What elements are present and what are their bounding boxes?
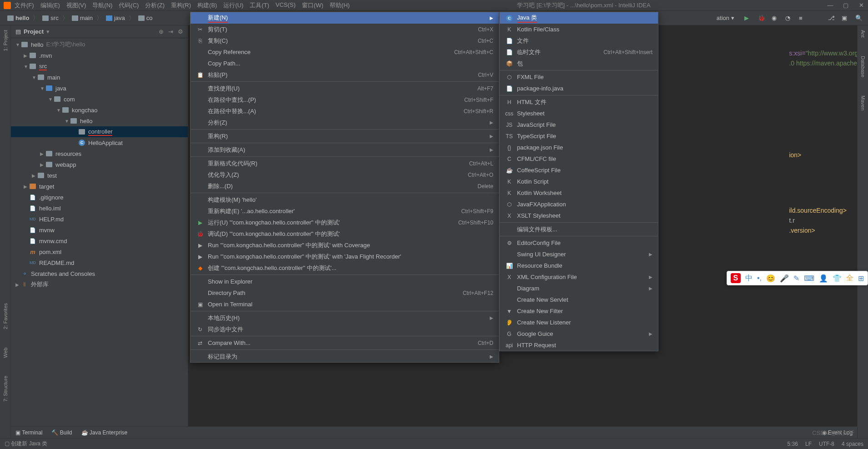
menu-item[interactable]: TSTypeScript File — [500, 130, 658, 142]
menu-tools[interactable]: 工具(T) — [250, 1, 269, 10]
run-config-dropdown[interactable]: ation ▾ — [713, 14, 738, 22]
menu-help[interactable]: 帮助(H) — [330, 1, 350, 10]
menu-item[interactable]: ⬡JavaFXApplication — [500, 199, 658, 210]
menu-item[interactable]: ◆创建 '"com.kongchao.hello.controller" 中的测… — [191, 262, 499, 274]
menu-item[interactable]: GGoogle Guice▶ — [500, 328, 658, 339]
menu-item[interactable]: 📄文件 — [500, 35, 658, 46]
tree-node[interactable]: 📄hello.iml — [11, 203, 188, 214]
maven-tool-button[interactable]: Maven — [860, 95, 866, 110]
menu-item[interactable]: CCFML/CFC file — [500, 153, 658, 165]
menu-item[interactable]: Swing UI Designer▶ — [500, 249, 658, 260]
menu-item[interactable]: XXSLT Stylesheet — [500, 210, 658, 221]
menu-item[interactable]: Show in Explorer — [191, 276, 499, 287]
ime-user-icon[interactable]: 👤 — [819, 274, 828, 283]
breadcrumb-item[interactable]: java — [104, 14, 127, 22]
terminal-tab[interactable]: ▣ Terminal — [15, 429, 42, 436]
maximize-icon[interactable]: ▢ — [843, 2, 849, 9]
menu-view[interactable]: 视图(V) — [66, 1, 86, 10]
menu-item[interactable]: 📋粘贴(P)Ctrl+V — [191, 69, 499, 80]
java-enterprise-tab[interactable]: ☕ Java Enterprise — [81, 429, 128, 436]
run-icon[interactable]: ▶ — [744, 15, 752, 22]
ant-tool-button[interactable]: Ant — [860, 30, 866, 38]
menu-item[interactable]: {}package.json File — [500, 142, 658, 153]
menu-item[interactable]: 重构(R)▶ — [191, 130, 499, 142]
menu-item[interactable]: HHTML 文件 — [500, 96, 658, 108]
stop-icon[interactable]: ■ — [799, 15, 806, 22]
menu-item[interactable]: ↻同步选中文件 — [191, 324, 499, 335]
tree-node[interactable]: CHelloApplicat — [11, 137, 188, 148]
menu-item[interactable]: apiHTTP Request — [500, 339, 658, 351]
menu-file[interactable]: 文件(F) — [15, 1, 34, 10]
menu-item[interactable]: ⇄Compare With...Ctrl+D — [191, 337, 499, 349]
tree-node[interactable]: 📄mvnw — [11, 224, 188, 235]
locate-icon[interactable]: ⊕ — [159, 28, 164, 35]
menu-item[interactable]: Diagram▶ — [500, 283, 658, 294]
layout-icon[interactable]: ▣ — [842, 15, 849, 22]
git-icon[interactable]: ⎇ — [828, 15, 835, 22]
breadcrumb-item[interactable]: co — [136, 14, 155, 22]
menu-item[interactable]: Copy ReferenceCtrl+Alt+Shift+C — [191, 46, 499, 58]
menu-item[interactable]: KKotlin Script — [500, 176, 658, 187]
expand-arrow-icon[interactable]: ▶ — [24, 53, 29, 58]
coverage-icon[interactable]: ◉ — [772, 15, 779, 22]
debug-icon[interactable]: 🐞 — [758, 15, 765, 22]
search-icon[interactable]: 🔍 — [855, 15, 863, 22]
menu-item[interactable]: ⚙EditorConfig File — [500, 237, 658, 249]
ime-lang[interactable]: 中 — [745, 274, 753, 283]
menu-item[interactable]: 重新格式化代码(R)Ctrl+Alt+L — [191, 158, 499, 169]
menu-item[interactable]: KKotlin Worksheet — [500, 187, 658, 199]
tree-node[interactable]: ▶resources — [11, 148, 188, 159]
menu-item[interactable]: 👂Create New Listener — [500, 317, 658, 328]
menu-refactor[interactable]: 重构(R) — [171, 1, 191, 10]
menu-item[interactable]: CJava 类 — [500, 12, 658, 24]
close-icon[interactable]: ✕ — [858, 2, 864, 9]
project-tree[interactable]: ▼helloE:\学习吧\hello▶.mvn▼src▼main▼java▼co… — [11, 38, 188, 438]
breadcrumb-item[interactable]: main — [70, 14, 95, 22]
tree-node[interactable]: ▼helloE:\学习吧\hello — [11, 39, 188, 50]
tree-node[interactable]: ▶.mvn — [11, 50, 188, 61]
build-tab[interactable]: 🔨 Build — [51, 429, 72, 436]
tree-node[interactable]: ▼com — [11, 94, 188, 105]
menu-item[interactable]: 编辑文件模板... — [500, 224, 658, 235]
tree-node[interactable]: ▼src — [11, 61, 188, 72]
breadcrumb-item[interactable]: hello — [5, 14, 31, 22]
menu-item[interactable]: 📊Resource Bundle — [500, 260, 658, 271]
expand-arrow-icon[interactable]: ▶ — [40, 162, 45, 167]
ime-grid-icon[interactable]: ⊞ — [858, 274, 864, 283]
expand-arrow-icon[interactable]: ▶ — [40, 151, 45, 156]
favorites-tool-button[interactable]: 2: Favorites — [3, 303, 8, 329]
ime-voice-icon[interactable]: 🎤 — [780, 274, 789, 283]
menu-navigate[interactable]: 导航(N) — [92, 1, 112, 10]
expand-arrow-icon[interactable]: ▼ — [24, 64, 29, 69]
line-separator[interactable]: LF — [805, 441, 812, 447]
menu-item[interactable]: 分析(Z)▶ — [191, 117, 499, 128]
menu-item[interactable]: 优化导入(Z)Ctrl+Alt+O — [191, 169, 499, 180]
expand-arrow-icon[interactable]: ▶ — [32, 173, 37, 178]
menu-item[interactable]: ▶运行(U) '"com.kongchao.hello.controller" … — [191, 217, 499, 228]
menu-item[interactable]: 在路径中查找...(P)Ctrl+Shift+F — [191, 94, 499, 105]
tree-node[interactable]: mpom.xml — [11, 246, 188, 257]
menu-analyze[interactable]: 分析(Z) — [145, 1, 165, 10]
ime-punct-icon[interactable]: •, — [757, 274, 762, 282]
menu-item[interactable]: 添加到收藏(A)▶ — [191, 144, 499, 155]
tree-node[interactable]: 📄mvnw.cmd — [11, 235, 188, 246]
menu-window[interactable]: 窗口(W) — [302, 1, 323, 10]
menu-item[interactable]: 📄临时文件Ctrl+Alt+Shift+Insert — [500, 46, 658, 58]
collapse-icon[interactable]: ⇥ — [168, 28, 173, 35]
menu-code[interactable]: 代码(C) — [119, 1, 139, 10]
structure-tool-button[interactable]: 7: Structure — [3, 376, 8, 402]
menu-item[interactable]: cssStylesheet — [500, 108, 658, 119]
menu-item[interactable]: Create New Servlet — [500, 294, 658, 305]
menu-edit[interactable]: 编辑(E) — [40, 1, 60, 10]
menu-item[interactable]: 构建模块(M) 'hello' — [191, 194, 499, 205]
menu-item[interactable]: ▣Open in Terminal — [191, 299, 499, 310]
minimize-icon[interactable]: — — [827, 2, 833, 9]
menu-run[interactable]: 运行(U) — [223, 1, 243, 10]
menu-item[interactable]: ▶Run '"com.kongchao.hello.controller" 中的… — [191, 251, 499, 262]
menu-item[interactable]: JSJavaScript File — [500, 119, 658, 130]
expand-arrow-icon[interactable]: ▼ — [65, 119, 70, 124]
menu-item[interactable]: 🐞调试(D) '"com.kongchao.hello.controller" … — [191, 228, 499, 239]
tree-node[interactable]: MDREADME.md — [11, 257, 188, 268]
profiler-icon[interactable]: ◔ — [785, 15, 793, 22]
ime-toolbar[interactable]: S 中 •, 😊 🎤 ✎ ⌨ 👤 👕 全 ⊞ — [727, 271, 868, 285]
